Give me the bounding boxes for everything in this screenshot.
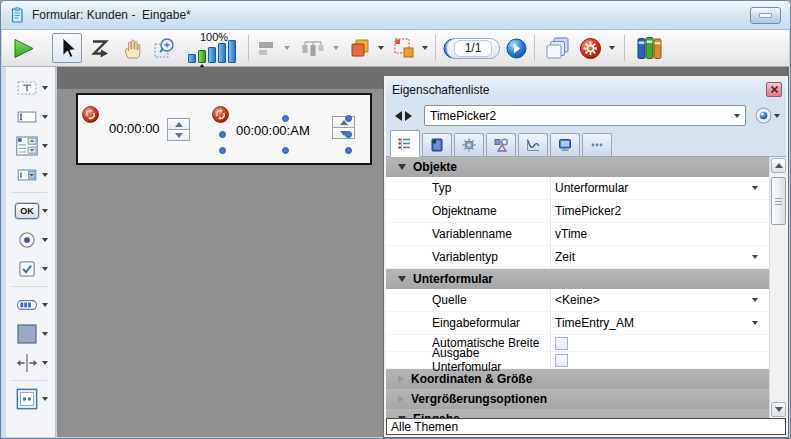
visibility-eye-icon[interactable]	[755, 107, 772, 124]
run-button[interactable]	[8, 33, 38, 63]
prev-object-button[interactable]	[395, 111, 402, 121]
collapse-icon[interactable]	[398, 276, 406, 282]
checkbox-unchecked[interactable]	[555, 354, 568, 367]
checkbox-unchecked[interactable]	[555, 337, 568, 350]
form-design-surface[interactable]: 00:00:00 00:00:00:AM	[76, 93, 372, 165]
group-header-eingabe[interactable]: Eingabe	[386, 409, 786, 418]
property-row-quelle[interactable]: Quelle <Keine>	[386, 289, 786, 312]
tab-properties-list[interactable]	[390, 130, 420, 157]
group-header-objekte[interactable]: Objekte	[386, 157, 786, 177]
pan-tool-button[interactable]	[118, 33, 146, 63]
chevron-down-icon[interactable]	[42, 361, 48, 365]
chevron-down-icon[interactable]	[42, 86, 48, 90]
progressbar-tool[interactable]	[15, 290, 48, 319]
scroll-down-button[interactable]	[771, 402, 786, 417]
chevron-down-icon[interactable]	[42, 238, 48, 242]
timepicker-spinner[interactable]	[167, 118, 190, 141]
chevron-down-icon[interactable]	[752, 186, 758, 190]
align-dropdown[interactable]	[281, 33, 293, 63]
label-tool[interactable]	[15, 73, 48, 102]
tab-order-button[interactable]	[86, 33, 114, 63]
selection-handle[interactable]	[219, 147, 226, 154]
checkbox-tool[interactable]	[15, 254, 48, 283]
library-button[interactable]	[632, 33, 666, 63]
property-row-eingabeformular[interactable]: Eingabeformular TimeEntry_AM	[386, 312, 786, 335]
chevron-down-icon[interactable]	[752, 255, 758, 259]
property-value[interactable]: TimePicker2	[550, 200, 786, 222]
selection-handle[interactable]	[282, 115, 289, 122]
property-value[interactable]: TimeEntry_AM	[550, 312, 786, 334]
selection-handle[interactable]	[219, 131, 226, 138]
collapse-icon[interactable]	[398, 164, 406, 170]
subform-indicator-icon[interactable]	[82, 106, 99, 123]
expand-icon[interactable]	[398, 375, 404, 383]
zoom-level-control[interactable]: 100%	[185, 31, 243, 66]
chevron-down-icon[interactable]	[42, 173, 48, 177]
property-value[interactable]: Zeit	[550, 246, 786, 268]
chevron-down-icon[interactable]	[42, 144, 48, 148]
property-row-ausgabe-unterformular[interactable]: Ausgabe Unterfomular	[386, 352, 786, 369]
title-bar[interactable]: Formular: Kunden - Eingabe*	[1, 1, 790, 30]
tab-more[interactable]	[582, 133, 612, 156]
chevron-down-icon[interactable]	[42, 267, 48, 271]
chevron-down-icon[interactable]	[752, 298, 758, 302]
property-row-typ[interactable]: Typ Unterformular	[386, 177, 786, 200]
selection-handle[interactable]	[282, 147, 289, 154]
chevron-down-icon[interactable]	[42, 303, 48, 307]
chevron-down-icon[interactable]	[42, 115, 48, 119]
object-selector-combobox[interactable]: TimePicker2	[424, 105, 746, 126]
splitter-tool[interactable]	[15, 348, 48, 377]
arrange-button-disabled[interactable]	[298, 33, 328, 63]
button-tool[interactable]: OK	[15, 196, 48, 225]
spin-down-button[interactable]	[168, 130, 189, 140]
arrange-dropdown[interactable]	[330, 33, 342, 63]
panel-header[interactable]: Eigenschaftenliste	[386, 78, 786, 102]
expand-icon[interactable]	[398, 395, 404, 403]
bring-to-front-button[interactable]	[346, 33, 374, 63]
listbox-tool[interactable]	[15, 131, 48, 160]
zoom-tool-button[interactable]	[150, 33, 180, 63]
chevron-down-icon[interactable]	[42, 209, 48, 213]
property-row-variablentyp[interactable]: Variablentyp Zeit	[386, 246, 786, 269]
subform-tool[interactable]	[15, 384, 48, 413]
minimize-button[interactable]	[750, 7, 781, 24]
settings-button[interactable]	[576, 33, 604, 63]
bring-to-front-dropdown[interactable]	[375, 33, 387, 63]
radio-tool[interactable]	[15, 225, 48, 254]
zoom-level-bars[interactable]	[188, 40, 236, 63]
scroll-up-button[interactable]	[771, 158, 786, 173]
scrollbar-thumb[interactable]	[771, 177, 786, 225]
property-value[interactable]: vTime	[550, 223, 786, 245]
timepicker-value[interactable]: 00:00:00:AM	[236, 123, 310, 138]
tab-objects[interactable]	[486, 133, 516, 156]
textbox-tool[interactable]	[15, 102, 48, 131]
settings-dropdown[interactable]	[606, 33, 618, 63]
tab-curves[interactable]	[518, 133, 548, 156]
vertical-scrollbar[interactable]	[769, 157, 786, 418]
chevron-down-icon[interactable]	[42, 332, 48, 336]
selection-handle[interactable]	[345, 131, 352, 138]
timepicker-value[interactable]: 00:00:00	[109, 121, 160, 136]
next-object-button[interactable]	[405, 111, 412, 121]
selection-handle[interactable]	[345, 147, 352, 154]
rectangle-tool[interactable]	[15, 319, 48, 348]
page-next-button[interactable]	[504, 33, 528, 63]
group-header-vergroesserung[interactable]: Vergrößerungsoptionen	[386, 389, 786, 409]
property-row-objektname[interactable]: Objektname TimePicker2	[386, 200, 786, 223]
group-header-unterformular[interactable]: Unterformular	[386, 269, 786, 289]
select-tool-button[interactable]	[52, 33, 82, 63]
property-value[interactable]: Unterformular	[550, 177, 786, 199]
selection-handle[interactable]	[345, 115, 352, 122]
subform-indicator-icon[interactable]	[212, 106, 229, 123]
panel-close-button[interactable]	[766, 82, 782, 97]
tab-settings[interactable]	[454, 133, 484, 156]
selection-frame-dropdown[interactable]	[419, 33, 431, 63]
layers-button[interactable]	[542, 33, 572, 63]
tab-display[interactable]	[550, 133, 580, 156]
chevron-down-icon[interactable]	[42, 397, 48, 401]
align-button-disabled[interactable]	[254, 33, 280, 63]
property-row-variablenname[interactable]: Variablenname vTime	[386, 223, 786, 246]
tab-data[interactable]	[422, 133, 452, 156]
property-value[interactable]: <Keine>	[550, 289, 786, 311]
chevron-down-icon[interactable]	[752, 321, 758, 325]
